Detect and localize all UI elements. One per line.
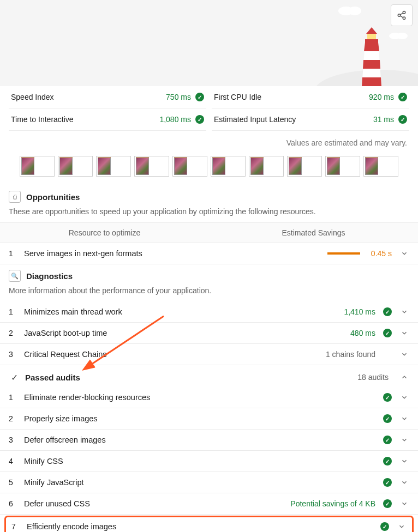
passed-audit-row-highlighted[interactable]: 7 Efficiently encode images	[4, 516, 414, 532]
filmstrip-thumb	[58, 156, 93, 177]
section-description: More information about the performance o…	[0, 285, 418, 301]
svg-marker-10	[363, 60, 380, 69]
chevron-down-icon[interactable]	[399, 499, 409, 509]
svg-line-15	[400, 13, 403, 15]
svg-point-12	[403, 11, 405, 14]
report-header	[0, 0, 418, 86]
metric-label: Estimated Input Latency	[214, 115, 296, 124]
filmstrip-thumb	[211, 156, 246, 177]
diagnostic-value: 480 ms	[350, 329, 375, 337]
pass-icon	[383, 307, 392, 316]
savings-value: 0.45 s	[371, 249, 392, 258]
share-button[interactable]	[391, 4, 413, 26]
svg-rect-7	[365, 39, 378, 43]
metric-tti: Time to Interactive 1,080 ms	[9, 108, 206, 131]
section-description: These are opportunities to speed up your…	[0, 206, 418, 222]
chevron-down-icon[interactable]	[399, 249, 409, 258]
svg-marker-11	[362, 77, 381, 86]
metric-value: 750 ms	[166, 93, 191, 101]
filmstrip-thumb	[287, 156, 322, 177]
svg-point-3	[397, 33, 408, 39]
pass-icon	[398, 93, 407, 101]
svg-line-16	[400, 16, 403, 17]
filmstrip-thumb	[363, 156, 398, 177]
diagnostic-value: 1 chains found	[326, 350, 375, 359]
row-index: 1	[9, 393, 16, 402]
row-index: 6	[9, 499, 16, 508]
chevron-down-icon[interactable]	[399, 456, 409, 466]
filmstrip-thumb	[134, 156, 169, 177]
share-icon	[397, 10, 407, 20]
check-icon: ✓	[9, 372, 20, 383]
diagnostics-header: 🔍 Diagnostics	[0, 264, 418, 285]
pass-icon	[195, 115, 204, 124]
diagnostic-row[interactable]: 2 JavaScript boot-up time 480 ms	[0, 323, 418, 344]
audit-name: Minimizes main thread work	[24, 307, 336, 316]
pass-icon	[380, 522, 389, 531]
passed-audit-row[interactable]: 5 Minify JavaScript	[0, 472, 418, 493]
savings-note: Potential savings of 4 KB	[290, 499, 375, 508]
passed-audit-row[interactable]: 2 Properly size images	[0, 408, 418, 430]
opportunities-columns: Resource to optimize Estimated Savings	[0, 222, 418, 243]
cloud-icon	[336, 3, 363, 16]
pass-icon	[383, 478, 392, 487]
filmstrip-thumb	[20, 156, 55, 177]
audit-name: Minify CSS	[24, 457, 375, 466]
cloud-icon	[387, 31, 409, 40]
pass-icon	[383, 499, 392, 508]
svg-marker-5	[366, 27, 377, 34]
chevron-down-icon[interactable]	[397, 522, 407, 531]
estimate-note: Values are estimated and may vary.	[0, 131, 418, 153]
section-title: Diagnostics	[26, 271, 73, 281]
diagnostic-value: 1,410 ms	[344, 307, 375, 316]
passed-audit-row[interactable]: 1 Eliminate render-blocking resources	[0, 387, 418, 408]
filmstrip	[0, 153, 418, 185]
metric-value: 31 ms	[373, 115, 394, 124]
audit-name: Critical Request Chains	[24, 350, 318, 359]
filmstrip-thumb	[249, 156, 284, 177]
audit-name: Serve images in next-gen formats	[24, 249, 320, 258]
chevron-down-icon[interactable]	[399, 435, 409, 445]
row-index: 1	[9, 249, 16, 258]
audit-name: Defer unused CSS	[24, 499, 283, 508]
metric-label: Time to Interactive	[11, 115, 74, 124]
svg-rect-6	[367, 34, 376, 39]
audit-name: Efficiently encode images	[27, 522, 373, 531]
row-index: 2	[9, 329, 16, 337]
metrics-grid: Speed Index 750 ms Time to Interactive 1…	[0, 86, 418, 131]
filmstrip-thumb	[96, 156, 131, 177]
row-index: 4	[9, 457, 16, 466]
opportunity-row[interactable]: 1 Serve images in next-gen formats 0.45 …	[0, 243, 418, 264]
row-index: 2	[9, 414, 16, 423]
chevron-down-icon[interactable]	[399, 328, 409, 338]
metric-value: 920 ms	[369, 93, 394, 101]
chevron-down-icon[interactable]	[399, 477, 409, 487]
svg-point-14	[403, 17, 405, 20]
audit-count: 18 audits	[357, 373, 389, 382]
metric-input-latency: Estimated Input Latency 31 ms	[212, 108, 409, 131]
chevron-down-icon[interactable]	[399, 349, 409, 359]
chevron-down-icon[interactable]	[399, 392, 409, 402]
diagnostic-row[interactable]: 3 Critical Request Chains 1 chains found	[0, 344, 418, 365]
filmstrip-thumb	[172, 156, 207, 177]
audit-name: Properly size images	[24, 414, 375, 423]
passed-audit-row[interactable]: 3 Defer offscreen images	[0, 430, 418, 451]
chevron-down-icon[interactable]	[399, 307, 409, 317]
row-index: 7	[11, 522, 19, 531]
pass-icon	[383, 436, 392, 444]
passed-audits-header[interactable]: ✓ Passed audits 18 audits	[0, 365, 418, 387]
row-index: 3	[9, 436, 16, 444]
column-header: Estimated Savings	[209, 223, 418, 243]
passed-audit-row[interactable]: 6 Defer unused CSS Potential savings of …	[0, 493, 418, 515]
audit-name: JavaScript boot-up time	[24, 329, 343, 337]
savings-bar	[327, 252, 360, 255]
audit-name: Eliminate render-blocking resources	[24, 393, 375, 402]
pass-icon	[195, 93, 204, 101]
pass-icon	[398, 115, 407, 124]
passed-audit-row[interactable]: 4 Minify CSS	[0, 451, 418, 472]
pass-icon	[383, 393, 392, 402]
chevron-down-icon[interactable]	[399, 414, 409, 424]
chevron-up-icon[interactable]	[399, 372, 409, 382]
metric-speed-index: Speed Index 750 ms	[9, 86, 206, 108]
diagnostic-row[interactable]: 1 Minimizes main thread work 1,410 ms	[0, 301, 418, 323]
